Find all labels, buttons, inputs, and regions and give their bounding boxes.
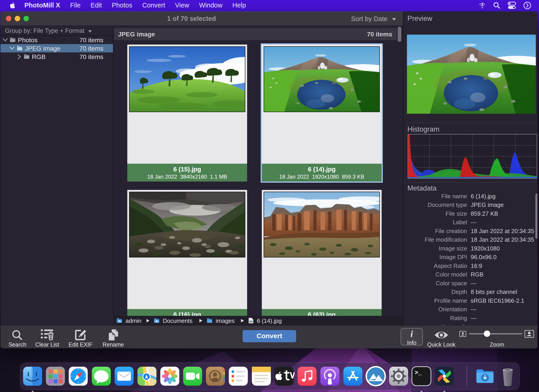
svg-text:>_: >_: [415, 369, 422, 376]
